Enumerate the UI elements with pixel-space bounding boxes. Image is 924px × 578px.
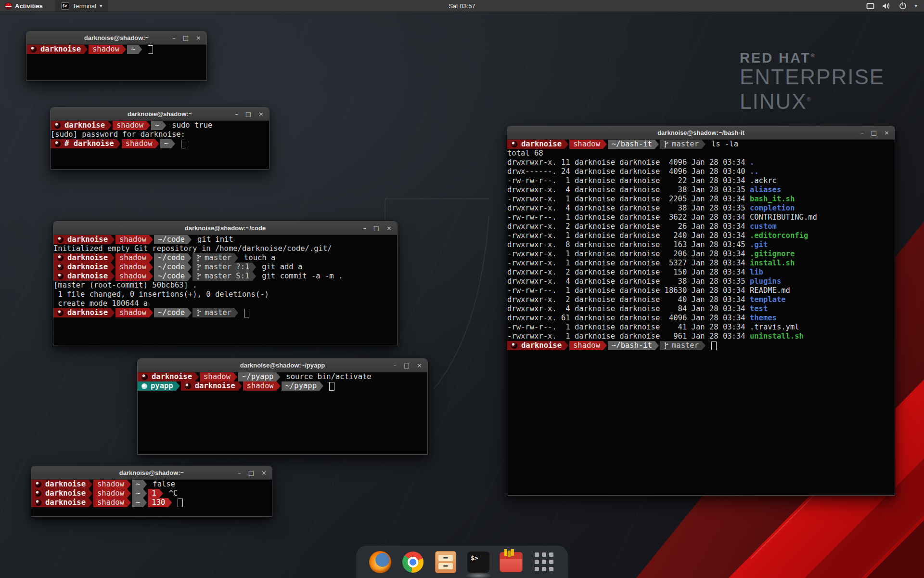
window-titlebar[interactable]: darknoise@shadow:~ – □ × (31, 466, 272, 480)
prompt-segment-host: shadow (116, 235, 153, 244)
segment-text: 130 (152, 498, 165, 507)
prompt-segment-user: darknoise (31, 498, 92, 507)
minimize-button[interactable]: – (238, 470, 241, 476)
minimize-button[interactable]: – (860, 130, 864, 136)
prompt-segment-user: darknoise (181, 381, 242, 391)
prompt-segment-host: shadow (116, 263, 153, 272)
git-branch-icon (664, 141, 669, 148)
close-button[interactable]: × (884, 130, 889, 136)
close-button[interactable]: × (261, 470, 267, 476)
segment-text: shadow (119, 253, 146, 263)
registered-mark: ® (811, 53, 816, 58)
dock-icon-files[interactable] (434, 551, 457, 574)
power-icon[interactable] (899, 2, 907, 10)
window-titlebar[interactable]: darknoise@shadow:~/code – □ × (53, 222, 397, 235)
maximize-button[interactable]: □ (248, 470, 254, 476)
command-text: ^C (169, 489, 178, 498)
terminal-cursor (148, 45, 153, 54)
terminal-line: darknoiseshadow~/codemaster S:1git commi… (53, 272, 397, 281)
dock-icon-firefox[interactable] (369, 551, 392, 574)
maximize-button[interactable]: □ (245, 111, 251, 117)
activities-button[interactable]: Activities (15, 2, 43, 10)
segment-text: shadow (119, 263, 146, 272)
distro-swirl-icon (57, 273, 64, 279)
segment-text: master (672, 341, 699, 350)
close-button[interactable]: × (196, 35, 201, 41)
dock-icon-show-applications[interactable] (532, 551, 555, 574)
brand-red-hat: RED HAT (740, 50, 811, 66)
file-cabinet-icon (435, 551, 456, 573)
minimize-button[interactable]: – (235, 111, 238, 117)
terminal-content[interactable]: darknoiseshadow~/bash-itmasterls -latota… (507, 139, 895, 495)
minimize-button[interactable]: – (363, 225, 366, 231)
terminal-content[interactable]: darknoiseshadow~sudo true[sudo] password… (51, 120, 269, 169)
command-text: sudo true (172, 121, 212, 130)
file-attributes: drwxrwxr-x. 11 darknoise darknoise 4096 … (507, 158, 750, 167)
prompt-segment-user: darknoise (507, 140, 568, 149)
window-titlebar[interactable]: darknoise@shadow:~/pyapp – □ × (138, 359, 427, 372)
prompt-segment-host: shadow (89, 45, 126, 54)
terminal-line: total 68 (507, 149, 895, 158)
terminal-content[interactable]: darknoiseshadow~falsedarknoiseshadow~1^C… (31, 479, 272, 516)
maximize-button[interactable]: □ (373, 225, 379, 231)
window-title: darknoise@shadow:~/bash-it (657, 129, 744, 136)
prompt-segment-host: shadow (93, 480, 131, 489)
window-titlebar[interactable]: darknoise@shadow:~ – □ × (26, 31, 206, 45)
terminal-line: darknoiseshadow~ (26, 45, 206, 54)
maximize-button[interactable]: □ (871, 130, 877, 136)
terminal-line: -rw-rw-r--. 1 darknoise darknoise 3622 J… (507, 213, 895, 222)
prompt-segment-path: ~/pyapp (282, 381, 323, 391)
terminal-window-code[interactable]: darknoise@shadow:~/code – □ × darknoises… (53, 221, 398, 345)
command-text: false (153, 480, 175, 489)
system-menu-chevron-icon[interactable]: ▾ (914, 3, 917, 9)
clock[interactable]: Sat 03:57 (0, 2, 924, 10)
file-name: custom (750, 222, 777, 231)
segment-text: master (205, 308, 231, 317)
terminal-window-sudo[interactable]: darknoise@shadow:~ – □ × darknoiseshadow… (50, 107, 270, 170)
minimize-button[interactable]: – (172, 35, 176, 41)
prompt-segment-host: shadow (113, 121, 150, 130)
terminal-window-bash-it[interactable]: darknoise@shadow:~/bash-it – □ × darknoi… (507, 126, 895, 496)
close-button[interactable]: × (386, 225, 392, 231)
maximize-button[interactable]: □ (404, 362, 410, 368)
terminal-app-icon: $> (61, 2, 69, 10)
minimize-button[interactable]: – (393, 362, 397, 368)
distro-swirl-icon (185, 383, 191, 389)
close-button[interactable]: × (417, 362, 422, 368)
prompt-segment-host: shadow (569, 140, 607, 149)
file-attributes: -rw-rw-r--. 1 darknoise darknoise 22 Jan… (507, 176, 750, 185)
prompt-segment-host: shadow (122, 139, 159, 148)
file-attributes: drwxrwxr-x. 2 darknoise darknoise 26 Jan… (507, 222, 750, 231)
git-branch-icon (664, 342, 669, 349)
terminal-window-exit-codes[interactable]: darknoise@shadow:~ – □ × darknoiseshadow… (31, 466, 272, 517)
prompt-segment-user: darknoise (53, 253, 115, 263)
segment-text: 1 (152, 489, 156, 498)
terminal-window-home-1[interactable]: darknoise@shadow:~ – □ × darknoiseshadow… (26, 31, 207, 81)
volume-icon[interactable] (882, 2, 891, 10)
segment-text: darknoise (67, 235, 108, 244)
close-button[interactable]: × (258, 111, 264, 117)
terminal-content[interactable]: darknoiseshadow~/pyappsource bin/activat… (138, 372, 427, 454)
prompt-segment-user: darknoise (53, 235, 115, 244)
distro-swirl-icon (54, 122, 61, 129)
file-name: README.md (750, 286, 790, 295)
display-icon[interactable] (866, 2, 874, 10)
segment-text: ~ (164, 139, 168, 148)
maximize-button[interactable]: □ (183, 35, 189, 41)
terminal-line: drwxrwxr-x. 61 darknoise darknoise 4096 … (507, 314, 895, 323)
segment-text: darknoise (521, 140, 562, 149)
terminal-content[interactable]: darknoiseshadow~ (26, 44, 206, 80)
terminal-window-pyapp[interactable]: darknoise@shadow:~/pyapp – □ × darknoise… (137, 358, 428, 455)
dock-icon-terminal[interactable]: $> (467, 551, 490, 574)
segment-text: master S:1 (205, 272, 249, 281)
window-titlebar[interactable]: darknoise@shadow:~/bash-it – □ × (507, 126, 895, 140)
app-menu-terminal[interactable]: $> Terminal ▾ (55, 0, 108, 12)
terminal-line: [sudo] password for darknoise: (51, 130, 269, 139)
terminal-line: darknoiseshadow~/codemaster ?:1git add a (53, 263, 397, 272)
terminal-line: darknoiseshadow~1^C (31, 489, 272, 498)
dock-icon-toolbox[interactable] (500, 551, 523, 574)
prompt-segment-user: darknoise (53, 272, 115, 281)
window-titlebar[interactable]: darknoise@shadow:~ – □ × (51, 107, 269, 121)
terminal-content[interactable]: darknoiseshadow~/codegit initInitialized… (53, 235, 397, 345)
dock-icon-chrome[interactable] (401, 551, 424, 574)
